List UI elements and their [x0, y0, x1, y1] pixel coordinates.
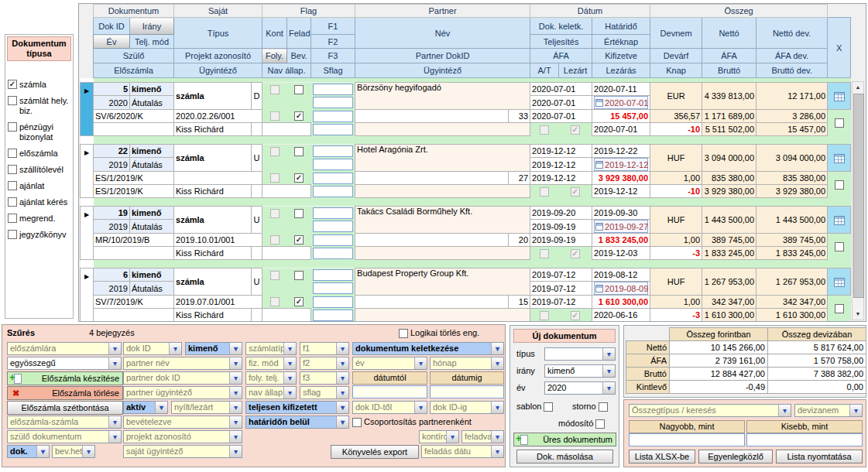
chevron-down-icon[interactable]: [414, 402, 427, 413]
chevron-down-icon[interactable]: [414, 357, 427, 369]
split-proforma-button[interactable]: Előszámla szétbontása: [7, 401, 123, 415]
header-teljesites[interactable]: Teljesítés: [530, 35, 592, 49]
header-f2[interactable]: F2: [311, 35, 355, 49]
chevron-down-icon[interactable]: [336, 387, 348, 398]
cell-afa[interactable]: 1 171 689,00: [702, 110, 756, 123]
cell-erteknap[interactable]: 2019-09-27: [592, 220, 650, 234]
cell-netto-dev[interactable]: 3 094 000,00: [756, 145, 828, 172]
calendar-icon[interactable]: [595, 161, 603, 169]
new-doc-tipus-select[interactable]: [544, 347, 616, 361]
cell-hatarido[interactable]: 2020-07-11: [592, 83, 650, 96]
cell-hatarido[interactable]: 2019-12-22: [592, 145, 650, 158]
row-selector[interactable]: [81, 207, 94, 260]
cell-sflag[interactable]: [311, 309, 355, 322]
cell-dok-id[interactable]: 5: [94, 83, 130, 96]
cell-ugyintezo[interactable]: Kiss Richárd: [174, 309, 252, 322]
cell-kifizetve[interactable]: 3 929 380,00: [592, 172, 650, 185]
group-osszeg[interactable]: Összeg: [650, 5, 828, 18]
storno-toggle[interactable]: storno: [572, 402, 608, 412]
header-brutto[interactable]: Bruttó: [702, 63, 756, 78]
checkbox[interactable]: [544, 402, 553, 412]
cell-ev[interactable]: 2020: [94, 96, 130, 110]
filter-eloszamlara-select[interactable]: előszámlára: [7, 342, 122, 355]
header-f3[interactable]: F3: [311, 49, 355, 63]
chevron-down-icon[interactable]: [336, 416, 348, 428]
cell-f1[interactable]: [311, 145, 355, 158]
cell-detail[interactable]: [828, 268, 851, 296]
cell-ev[interactable]: 2019: [94, 282, 130, 296]
cell-f1[interactable]: [311, 207, 355, 220]
cell-afa-dev[interactable]: 389 745,00: [756, 234, 828, 247]
date-to-input[interactable]: [430, 385, 504, 398]
chevron-down-icon[interactable]: [283, 343, 296, 354]
cell-partner-dokid[interactable]: 20: [509, 234, 530, 247]
doc-type-jegyzokonyv[interactable]: jegyzőkönyv: [8, 230, 72, 240]
header-irany[interactable]: Irány: [130, 18, 174, 35]
grid-row[interactable]: 5 kimenő számla D Börzsöny hegyifogadó 2…: [81, 83, 851, 145]
cell-knap[interactable]: -10: [650, 185, 702, 198]
sablon-toggle[interactable]: sablon: [516, 402, 553, 412]
cell-f2[interactable]: [311, 282, 355, 296]
cell-foly-flag[interactable]: [262, 110, 287, 123]
header-netto[interactable]: Nettó: [702, 18, 756, 49]
checkbox[interactable]: [294, 209, 304, 218]
doc-type-penzugyi-bizonylat[interactable]: pénzügyi bizonylat: [8, 122, 72, 142]
cell-bev-flag[interactable]: [287, 234, 311, 247]
chevron-down-icon[interactable]: [283, 387, 296, 398]
cell-irany[interactable]: kimenő: [130, 83, 174, 96]
filter-f2-select[interactable]: f2: [300, 357, 349, 370]
cell-eloszamla[interactable]: [94, 123, 174, 136]
filter-dok-id-tol-select[interactable]: dok ID-től: [352, 401, 427, 414]
header-brutto-dev[interactable]: Bruttó dev.: [756, 63, 828, 78]
cell-partner-dokid[interactable]: 27: [509, 172, 530, 185]
filter-f3-select[interactable]: f3: [300, 371, 349, 385]
cell-afa-dev[interactable]: 3 286,00: [756, 110, 828, 123]
cell-afa[interactable]: 389 745,00: [702, 234, 756, 247]
cell-szulo[interactable]: SV/6/2020/K: [94, 110, 174, 123]
cell-detail[interactable]: [828, 207, 851, 234]
header-nev[interactable]: Név: [355, 18, 530, 49]
grid-row[interactable]: 19 kimenő számla U Takács Családi Borműh…: [81, 207, 851, 268]
header-dok-id[interactable]: Dok ID: [94, 18, 130, 35]
doc-type-ajanlat[interactable]: ajánlat: [8, 181, 72, 191]
cell-partner-nev[interactable]: Börzsöny hegyifogadó: [355, 83, 530, 110]
doc-type-eloszamla[interactable]: előszámla: [8, 149, 72, 159]
cell-partner-dokid[interactable]: 33: [509, 110, 530, 123]
doc-type-szallitolevel[interactable]: szállítólevél: [8, 165, 72, 175]
cell-ev[interactable]: 2019: [94, 220, 130, 234]
cell-f3[interactable]: [311, 234, 355, 247]
header-nav-allap[interactable]: Nav állap.: [262, 63, 311, 78]
checkbox-checked[interactable]: [294, 297, 304, 306]
cell-bev-flag[interactable]: [287, 110, 311, 123]
modosito-toggle[interactable]: módosító: [558, 419, 605, 429]
cell-row-checkbox[interactable]: [828, 296, 851, 322]
header-partner-dokid[interactable]: Partner DokID: [355, 49, 530, 63]
filter-dok-id-ig-select[interactable]: dok ID-ig: [430, 401, 504, 414]
date-from-input[interactable]: [352, 385, 427, 398]
cell-partner-dokid-empty[interactable]: [355, 172, 509, 185]
header-afa-dev[interactable]: ÁFA dev.: [756, 49, 828, 63]
cell-partner-nev[interactable]: Budapest Property Group Kft.: [355, 268, 530, 296]
chevron-down-icon[interactable]: [336, 402, 348, 413]
cell-netto-dev[interactable]: 12 171,00: [756, 83, 828, 110]
header-dok-keletk[interactable]: Dok. keletk.: [530, 18, 592, 35]
cell-partner-dokid-empty[interactable]: [355, 234, 509, 247]
cell-sflag[interactable]: [311, 185, 355, 198]
chevron-down-icon[interactable]: [36, 446, 49, 457]
header-afa-datum[interactable]: ÁFA: [530, 49, 592, 63]
cell-partner-ugyintezo[interactable]: [355, 247, 530, 260]
header-eloszamla[interactable]: Előszámla: [94, 63, 174, 78]
checkbox[interactable]: [294, 271, 304, 280]
cell-devnem[interactable]: HUF: [650, 268, 702, 296]
cell-afa-datum[interactable]: 2019-12-12: [530, 172, 592, 185]
chevron-down-icon[interactable]: [778, 405, 791, 416]
cell-kifizetve[interactable]: 1 610 300,00: [592, 296, 650, 309]
cell-row-checkbox[interactable]: [828, 234, 851, 260]
cell-sflag[interactable]: [311, 247, 355, 260]
cell-projekt[interactable]: 2019.07.01/001: [174, 296, 262, 309]
cell-kifizetve[interactable]: 1 833 245,00: [592, 234, 650, 247]
cell-szulo[interactable]: ES/1/2019/K: [94, 172, 174, 185]
cell-tipus-flag[interactable]: U: [252, 268, 262, 296]
cell-lezaras[interactable]: 2020-07-01: [592, 123, 650, 136]
group-by-partner-toggle[interactable]: Csoportosítás partnerenként: [352, 417, 472, 427]
